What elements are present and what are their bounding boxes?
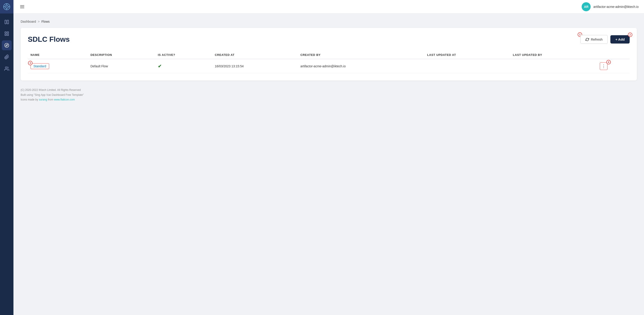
flows-table: NAME DESCRIPTION IS ACTIVE? CREATED AT C… bbox=[28, 51, 630, 73]
add-button[interactable]: + Add bbox=[610, 35, 630, 44]
svg-rect-8 bbox=[7, 20, 8, 24]
col-is-active: IS ACTIVE? bbox=[155, 51, 212, 59]
footer-icons-credit: Icons made by surang from www.flaticon.c… bbox=[21, 97, 637, 102]
col-actions bbox=[597, 51, 630, 59]
cell-description: Default Flow bbox=[88, 59, 155, 73]
svg-rect-10 bbox=[7, 32, 8, 33]
cell-created-at: 16/03/2023 13:15:54 bbox=[212, 59, 298, 73]
card-header: SDLC Flows 1 Refresh bbox=[28, 35, 630, 44]
svg-point-2 bbox=[6, 6, 7, 7]
ellipsis-icon: ⋮ bbox=[602, 64, 606, 69]
col-name: NAME bbox=[28, 51, 88, 59]
flow-name-link[interactable]: 3 Standard bbox=[30, 63, 49, 69]
annotation-3: 3 bbox=[28, 61, 32, 65]
footer: (C) 2020-2022 IKtech Limited. All Rights… bbox=[21, 88, 637, 102]
hamburger-button[interactable] bbox=[19, 3, 26, 10]
card-actions: 1 Refresh 2 bbox=[580, 35, 630, 44]
refresh-button[interactable]: Refresh bbox=[580, 35, 608, 44]
col-last-updated-by: LAST UPDATED BY bbox=[510, 51, 597, 59]
svg-rect-9 bbox=[5, 32, 6, 33]
cell-last-updated-by bbox=[510, 59, 597, 73]
page-title: SDLC Flows bbox=[28, 35, 70, 44]
footer-flaticon-link[interactable]: www.flaticon.com bbox=[54, 98, 75, 101]
table-row: 3 Standard Default Flow ✔ 16/03/2023 13:… bbox=[28, 59, 630, 73]
sidebar bbox=[0, 0, 14, 315]
refresh-button-wrap: 1 Refresh bbox=[580, 35, 608, 44]
table-header-row: NAME DESCRIPTION IS ACTIVE? CREATED AT C… bbox=[28, 51, 630, 59]
flows-table-wrapper: NAME DESCRIPTION IS ACTIVE? CREATED AT C… bbox=[28, 51, 630, 73]
cell-name: 3 Standard bbox=[28, 59, 88, 73]
svg-point-13 bbox=[5, 43, 9, 47]
svg-rect-12 bbox=[7, 34, 8, 36]
active-checkmark-icon: ✔ bbox=[158, 64, 162, 69]
sidebar-item-clip[interactable] bbox=[2, 52, 12, 62]
footer-surang-link[interactable]: surang bbox=[39, 98, 47, 101]
refresh-icon bbox=[586, 38, 589, 41]
table-body: 3 Standard Default Flow ✔ 16/03/2023 13:… bbox=[28, 59, 630, 73]
flows-card: SDLC Flows 1 Refresh bbox=[21, 28, 637, 81]
table-head: NAME DESCRIPTION IS ACTIVE? CREATED AT C… bbox=[28, 51, 630, 59]
col-last-updated-at: LAST UPDATED AT bbox=[424, 51, 510, 59]
col-created-at: CREATED AT bbox=[212, 51, 298, 59]
svg-rect-11 bbox=[5, 34, 6, 36]
sidebar-item-compass[interactable] bbox=[2, 40, 12, 50]
sidebar-navigation bbox=[2, 14, 12, 315]
breadcrumb: Dashboard > Flows bbox=[21, 20, 637, 23]
header-left bbox=[19, 3, 26, 10]
footer-icons-prefix: Icons made by bbox=[21, 98, 39, 101]
footer-copyright: (C) 2020-2022 IKtech Limited. All Rights… bbox=[21, 88, 637, 93]
footer-built-with: Built using "Sing App Vue Dashboard Free… bbox=[21, 93, 637, 98]
row-actions-button[interactable]: 4 ⋮ bbox=[600, 62, 608, 70]
cell-last-updated-at bbox=[424, 59, 510, 73]
annotation-4: 4 bbox=[606, 60, 611, 64]
add-button-wrap: 2 + Add bbox=[610, 35, 630, 44]
header-right: AR artifactor-acme-admin@iktech.io bbox=[582, 2, 638, 11]
add-label: + Add bbox=[615, 38, 625, 41]
col-created-by: CREATED BY bbox=[298, 51, 424, 59]
breadcrumb-current: Flows bbox=[42, 20, 50, 23]
breadcrumb-parent-link[interactable]: Dashboard bbox=[21, 20, 36, 23]
annotation-2: 2 bbox=[628, 33, 632, 37]
footer-icons-from: from bbox=[47, 98, 54, 101]
cell-row-actions: 4 ⋮ bbox=[597, 59, 630, 73]
col-description: DESCRIPTION bbox=[88, 51, 155, 59]
avatar: AR bbox=[582, 2, 591, 11]
breadcrumb-separator: > bbox=[38, 20, 40, 23]
main-wrapper: AR artifactor-acme-admin@iktech.io Dashb… bbox=[14, 0, 644, 315]
svg-rect-7 bbox=[5, 20, 6, 24]
svg-point-15 bbox=[6, 67, 7, 69]
sidebar-item-grid[interactable] bbox=[2, 29, 12, 39]
user-email: artifactor-acme-admin@iktech.io bbox=[593, 5, 638, 9]
refresh-label: Refresh bbox=[591, 38, 603, 41]
sidebar-item-books[interactable] bbox=[2, 17, 12, 27]
cell-created-by: artifactor-acme-admin@iktech.io bbox=[298, 59, 424, 73]
content-area: Dashboard > Flows SDLC Flows 1 bbox=[14, 14, 644, 315]
cell-is-active: ✔ bbox=[155, 59, 212, 73]
sidebar-logo[interactable] bbox=[0, 0, 14, 14]
sidebar-item-users[interactable] bbox=[2, 64, 12, 74]
header: AR artifactor-acme-admin@iktech.io bbox=[14, 0, 644, 14]
svg-marker-14 bbox=[6, 45, 8, 46]
flow-name-text: Standard bbox=[34, 64, 46, 68]
